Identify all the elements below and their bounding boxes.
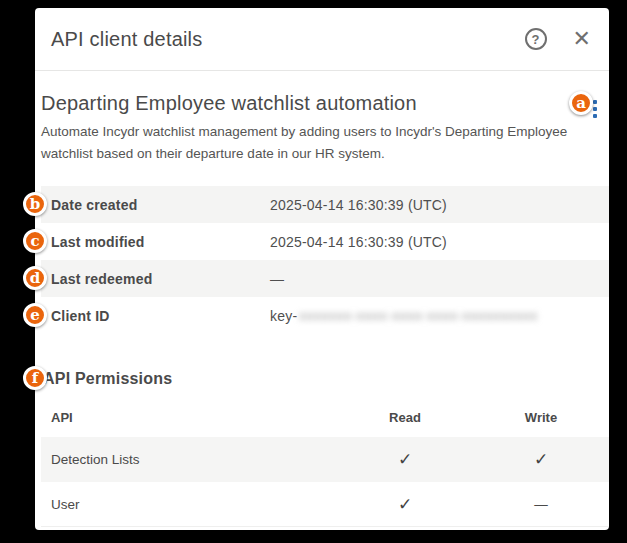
annotation-badge-e: e [23,303,47,327]
column-header-write: Write [473,410,609,425]
client-name: Departing Employee watchlist automation [41,92,417,115]
table-row-user: User ✓ — [41,482,609,527]
client-id-value: key- xxxxxxx-xxxx-xxxx-xxxx-xxxxxxxxxx [270,308,538,324]
api-name: User [41,497,337,512]
dash-value: — [534,497,548,512]
detail-row-client-id: Client ID key- xxxxxxx-xxxx-xxxx-xxxx-xx… [41,297,609,334]
kebab-menu-icon [593,100,597,104]
api-name: Detection Lists [41,452,337,467]
column-header-read: Read [337,410,473,425]
detail-label: Client ID [41,308,270,324]
client-id-prefix: key- [270,308,297,324]
annotation-badge-c: c [23,229,47,253]
detail-label: Date created [41,197,270,213]
detail-row-date-created: Date created 2025-04-14 16:30:39 (UTC) [41,186,609,223]
api-permissions-heading: API Permissions [43,370,172,388]
screenshot-canvas: API client details ? ✕ Departing Employe… [0,0,627,543]
detail-row-last-redeemed: Last redeemed — [41,260,609,297]
help-button[interactable]: ? [525,28,547,50]
close-icon: ✕ [573,26,591,51]
detail-label: Last modified [41,234,270,250]
dialog-header-actions: ? ✕ [525,28,591,50]
detail-value: 2025-04-14 16:30:39 (UTC) [270,197,447,213]
close-button[interactable]: ✕ [573,28,591,50]
check-icon: ✓ [534,450,548,469]
client-description: Automate Incydr watchlist management by … [41,121,576,165]
detail-label: Last redeemed [41,271,270,287]
table-row-detection-lists: Detection Lists ✓ ✓ [41,437,609,482]
annotation-badge-b: b [23,192,47,216]
column-header-api: API [41,410,337,425]
annotation-badge-a: a [569,91,593,115]
permissions-table: API Read Write Detection Lists ✓ ✓ User … [41,398,609,527]
dialog-header: API client details ? ✕ [35,8,609,71]
annotation-badge-d: d [23,266,47,290]
check-icon: ✓ [398,450,412,469]
annotation-badge-f: f [23,366,47,390]
api-client-details-dialog: API client details ? ✕ Departing Employe… [35,8,609,530]
detail-value: — [270,271,284,287]
help-icon: ? [532,32,540,47]
check-icon: ✓ [398,495,412,514]
detail-row-last-modified: Last modified 2025-04-14 16:30:39 (UTC) [41,223,609,260]
dialog-title: API client details [51,28,525,51]
permissions-header-row: API Read Write [41,398,609,437]
client-detail-list: Date created 2025-04-14 16:30:39 (UTC) L… [41,186,609,334]
detail-value: 2025-04-14 16:30:39 (UTC) [270,234,447,250]
client-id-redacted-blur: xxxxxxx-xxxx-xxxx-xxxx-xxxxxxxxxx [299,308,538,323]
